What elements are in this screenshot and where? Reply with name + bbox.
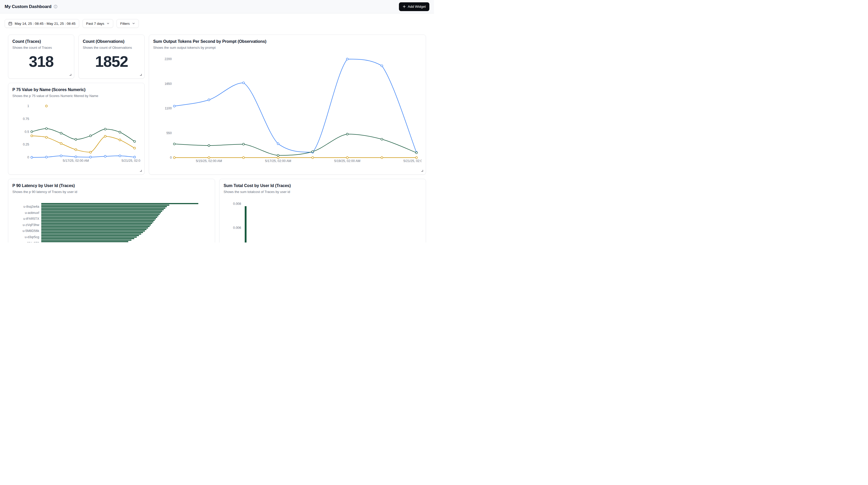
date-preset-label: Past 7 days (86, 22, 104, 26)
widget-count-traces: Count (Traces) Shows the count of Traces… (8, 35, 74, 79)
svg-text:u-aobnuxf: u-aobnuxf (25, 211, 39, 214)
svg-text:5/21/25, 02:00 AM: 5/21/25, 02:00 AM (403, 159, 422, 163)
widget-title: Count (Traces) (12, 39, 70, 44)
p75-scores-chart[interactable]: 00.250.50.7515/17/25, 02:00 AM5/21/25, 0… (12, 101, 140, 170)
svg-text:0.006: 0.006 (233, 226, 241, 230)
svg-text:u-tFAR5TX: u-tFAR5TX (23, 217, 39, 220)
svg-text:u-5M8D56k: u-5M8D56k (23, 229, 39, 233)
resize-handle-icon[interactable] (69, 73, 72, 76)
toolbar: May 14, 25 : 08:45 - May 21, 25 : 08:45 … (0, 13, 434, 28)
svg-text:0.25: 0.25 (23, 143, 29, 146)
svg-text:1650: 1650 (164, 82, 172, 85)
svg-text:0: 0 (170, 156, 172, 159)
resize-handle-icon[interactable] (139, 169, 142, 172)
svg-text:u-8fVq9T3: u-8fVq9T3 (24, 241, 39, 243)
total-cost-chart[interactable]: 0.0060.008 (224, 196, 422, 243)
svg-text:5/15/25, 02:00 AM: 5/15/25, 02:00 AM (196, 159, 222, 163)
widget-subtitle: Shows the p 90 latency of Traces by user… (12, 190, 211, 194)
widget-subtitle: Shows the count of Traces (12, 46, 70, 50)
add-widget-button[interactable]: Add Widget (399, 2, 429, 11)
resize-handle-icon[interactable] (421, 169, 424, 172)
svg-text:1100: 1100 (165, 107, 172, 110)
date-range-picker[interactable]: May 14, 25 : 08:45 - May 21, 25 : 08:45 (5, 19, 79, 28)
output-tokens-chart[interactable]: 05501100165022005/15/25, 02:00 AM5/17/25… (153, 52, 422, 170)
svg-text:0: 0 (27, 156, 29, 159)
svg-text:2200: 2200 (164, 57, 172, 61)
svg-text:550: 550 (166, 131, 172, 135)
filters-label: Filters (120, 22, 130, 26)
widget-title: Sum Output Tokens Per Second by Prompt (… (153, 39, 422, 44)
widget-title: P 75 Value by Name (Scores Numeric) (12, 87, 140, 92)
widget-grid: Count (Traces) Shows the count of Traces… (0, 28, 434, 243)
svg-text:u-8sq2w4a: u-8sq2w4a (24, 205, 39, 208)
add-widget-label: Add Widget (408, 5, 426, 8)
widget-title: Count (Observations) (83, 39, 140, 44)
widget-p75-scores: P 75 Value by Name (Scores Numeric) Show… (8, 83, 145, 175)
resize-handle-icon[interactable] (139, 73, 142, 76)
svg-text:1: 1 (27, 104, 29, 108)
widget-count-observations: Count (Observations) Shows the count of … (79, 35, 145, 79)
date-range-label: May 14, 25 : 08:45 - May 21, 25 : 08:45 (15, 22, 75, 26)
svg-text:5/21/25, 02:00 AM: 5/21/25, 02:00 AM (121, 159, 140, 162)
page-title: My Custom Dashboard (5, 4, 51, 9)
filters-button[interactable]: Filters (117, 19, 139, 28)
widget-subtitle: Shows the sum output tokens/s by prompt (153, 46, 422, 50)
chevron-down-icon (106, 22, 110, 25)
svg-text:5/17/25, 02:00 AM: 5/17/25, 02:00 AM (265, 159, 291, 163)
chevron-down-icon (132, 22, 135, 25)
svg-text:u-d3qr5cg: u-d3qr5cg (25, 235, 39, 239)
calendar-icon (8, 22, 12, 26)
widget-subtitle: Shows the sum totalcost of Traces by use… (224, 190, 422, 194)
svg-text:0.5: 0.5 (25, 130, 29, 133)
svg-text:u-zVqP3hw: u-zVqP3hw (23, 223, 39, 227)
plus-icon (403, 5, 406, 8)
widget-subtitle: Shows the p 75 value of Scores Numeric f… (12, 94, 140, 98)
info-icon[interactable] (54, 5, 58, 8)
count-value: 318 (12, 50, 70, 74)
widget-total-cost: Sum Total Cost by User Id (Traces) Shows… (219, 179, 426, 243)
widget-output-tokens: Sum Output Tokens Per Second by Prompt (… (149, 35, 426, 175)
widget-subtitle: Shows the count of Observations (83, 46, 140, 50)
svg-text:0.75: 0.75 (23, 117, 29, 121)
p90-latency-chart[interactable]: u-8sq2w4au-aobnuxfu-tFAR5TXu-zVqP3hwu-5M… (12, 196, 211, 243)
svg-text:0.008: 0.008 (233, 202, 241, 206)
widget-title: Sum Total Cost by User Id (Traces) (224, 183, 422, 188)
widget-p90-latency: P 90 Latency by User Id (Traces) Shows t… (8, 179, 215, 243)
page-header: My Custom Dashboard Add Widget (0, 0, 434, 13)
svg-text:5/19/25, 02:00 AM: 5/19/25, 02:00 AM (334, 159, 360, 163)
svg-text:5/17/25, 02:00 AM: 5/17/25, 02:00 AM (63, 159, 89, 162)
date-preset-select[interactable]: Past 7 days (83, 19, 114, 28)
count-value: 1852 (83, 50, 140, 74)
widget-title: P 90 Latency by User Id (Traces) (12, 183, 211, 188)
